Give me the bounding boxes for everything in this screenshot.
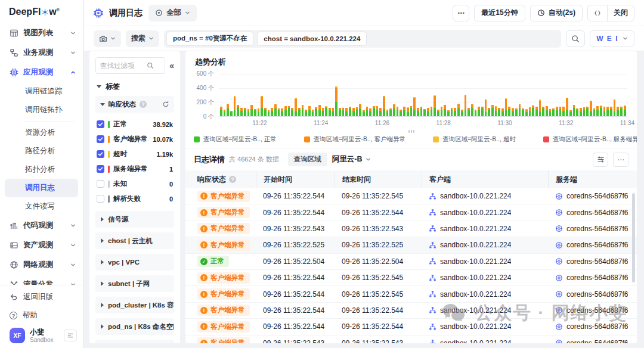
tags-section-header[interactable]: 标签 (97, 82, 173, 92)
server-cell[interactable]: coredns-564d687f6 (548, 270, 637, 285)
client-cell[interactable]: sandbox-10.0.221.224 (422, 221, 548, 237)
user-menu-button[interactable]: W E I (590, 30, 634, 47)
filter-group[interactable]: pod_cluster | K8s 容器... (95, 297, 174, 313)
filter-group[interactable]: pod_ns | K8s 命名空间 (95, 318, 174, 335)
checkbox[interactable] (97, 135, 104, 143)
sidebar-subitem[interactable]: 文件读写 (5, 197, 78, 216)
table-row[interactable]: !客户端异常09-26 11:35:22.54409-26 11:35:22.5… (185, 303, 637, 319)
filter-group[interactable]: 信号源 (95, 211, 174, 228)
sidebar-item-views[interactable]: 视图列表 (5, 23, 78, 43)
panel-collapse-button[interactable]: « (169, 61, 174, 70)
client-cell[interactable]: sandbox-10.0.221.224 (422, 188, 548, 204)
sidebar-item-network[interactable]: 网络观测 (5, 255, 78, 275)
table-row[interactable]: !客户端异常09-26 11:35:22.52509-26 11:35:22.5… (185, 237, 637, 253)
client-cell[interactable]: sandbox-10.0.221.224 (422, 319, 548, 334)
checkbox[interactable] (97, 165, 104, 173)
table-row[interactable]: ✓正常09-26 11:35:22.50409-26 11:35:22.504s… (185, 254, 637, 270)
sidebar-subitem[interactable]: 调用链拓扑 (5, 101, 78, 119)
response-status-section-header[interactable]: 响应状态 ? (95, 96, 174, 113)
status-filter-row[interactable]: 超时1.19k (95, 147, 174, 161)
checkbox[interactable] (97, 195, 104, 203)
search-filter-input[interactable]: pod_ns = #0资源不存在chost = sandbox-10.0.221… (164, 30, 561, 48)
filter-group[interactable]: pod_node | K8s 容器节点 (95, 340, 174, 343)
table-row[interactable]: !客户端异常09-26 11:35:22.54409-26 11:35:22.5… (185, 204, 637, 220)
server-cell[interactable]: coredns-564d687f6 (548, 335, 637, 343)
scope-selector[interactable]: 全部 (148, 5, 197, 21)
checkbox[interactable] (97, 120, 104, 128)
server-cell[interactable]: coredns-564d687f6 (548, 221, 637, 237)
checkbox[interactable] (97, 180, 104, 188)
filter-group[interactable]: vpc | VPC (95, 254, 174, 271)
sidebar-collapse-button[interactable] (64, 330, 77, 341)
sidebar-item-app[interactable]: 应用观测 (5, 63, 78, 82)
sidebar-item-asset[interactable]: 资产观测 (5, 235, 78, 255)
server-cell[interactable]: coredns-564d687f6 (548, 188, 637, 204)
expand-brackets-button[interactable] (588, 5, 607, 21)
back-to-old-version[interactable]: 返回旧版 (5, 288, 78, 306)
column-header-c2[interactable]: 开始时间 (256, 170, 335, 188)
sidebar-subitem[interactable]: 路径分析 (5, 142, 78, 160)
status-filter-row[interactable]: 正常38.92k (95, 117, 174, 132)
server-cell[interactable]: coredns-564d687f6 (548, 204, 637, 220)
server-cell[interactable]: coredns-564d687f6 (548, 237, 637, 253)
legend-item[interactable]: 查询区域=阿里云-B.., 正常 (194, 135, 277, 144)
table-row[interactable]: !客户端异常09-26 11:35:22.54309-26 11:35:22.5… (185, 335, 637, 343)
filter-chip[interactable]: chost = sandbox-10.0.221.224 (257, 32, 367, 46)
column-settings-button[interactable] (593, 153, 608, 167)
help-item[interactable]: ? 帮助 (5, 306, 78, 325)
table-row[interactable]: !客户端异常09-26 11:35:22.54309-26 11:35:22.5… (185, 221, 637, 237)
sidebar-item-code[interactable]: 代码观测 (5, 216, 78, 235)
table-scrollbar[interactable] (632, 193, 635, 282)
table-row[interactable]: !客户端异常09-26 11:35:22.54409-26 11:35:22.5… (185, 286, 637, 302)
search-mode-button[interactable]: 搜索 (126, 30, 159, 47)
client-cell[interactable]: sandbox-10.0.221.224 (422, 303, 548, 318)
time-range-button[interactable]: 最近15分钟 (474, 5, 525, 21)
client-cell[interactable]: sandbox-10.0.221.224 (422, 237, 548, 253)
legend-item[interactable]: 查询区域=阿里云-B.., 超时 (433, 135, 516, 144)
sidebar-subitem[interactable]: 拓扑分析 (5, 160, 78, 179)
column-header-c4[interactable]: 客户端 (422, 170, 548, 188)
more-actions-button[interactable]: ⋯ (453, 5, 469, 21)
column-header-c1[interactable]: 响应状态? (185, 170, 256, 188)
client-cell[interactable]: sandbox-10.0.221.224 (422, 254, 548, 269)
server-cell[interactable]: coredns-564d687f6 (548, 254, 637, 269)
table-more-button[interactable]: ⋯ (613, 153, 628, 167)
client-cell[interactable]: sandbox-10.0.221.224 (422, 204, 548, 220)
table-row[interactable]: !客户端异常09-26 11:35:22.54409-26 11:35:22.5… (185, 188, 637, 204)
refresh-icon[interactable] (162, 101, 169, 108)
client-cell[interactable]: sandbox-10.0.221.224 (422, 286, 548, 302)
sidebar-subitem-active[interactable]: 调用日志 (5, 179, 78, 197)
filter-chip[interactable]: pod_ns = #0资源不存在 (166, 32, 253, 46)
legend-item[interactable]: 查询区域=阿里云-B.., 客户端异常 (304, 135, 405, 144)
client-cell[interactable]: sandbox-10.0.221.224 (422, 335, 548, 343)
legend-item[interactable]: 查询区域=阿里云-B.., 服务端异常 (543, 135, 637, 144)
filter-search-input[interactable] (100, 62, 144, 69)
server-cell[interactable]: coredns-564d687f6 (548, 303, 637, 318)
server-cell[interactable]: coredns-564d687f6 (548, 286, 637, 302)
sidebar-subitem[interactable]: 调用链追踪 (5, 82, 78, 101)
resize-handle[interactable] (402, 129, 420, 133)
region-value-dropdown[interactable]: 阿里云-B (332, 154, 371, 164)
server-cell[interactable]: coredns-564d687f6 (548, 319, 637, 334)
filter-group[interactable]: chost | 云主机 (95, 232, 174, 249)
status-filter-row[interactable]: 客户端异常10.07k (95, 132, 174, 147)
filter-search-box[interactable] (95, 57, 165, 74)
column-header-c5[interactable]: 服务端 (548, 170, 637, 188)
user-profile[interactable]: XF 小斐 Sandbox (5, 325, 78, 343)
client-cell[interactable]: sandbox-10.0.221.224 (422, 270, 548, 285)
status-filter-row[interactable]: 解析失败0 (95, 191, 174, 206)
search-submit-button[interactable] (566, 30, 585, 47)
checkbox[interactable] (97, 150, 104, 158)
sidebar-item-business[interactable]: 业务观测 (5, 43, 78, 63)
table-row[interactable]: !客户端异常09-26 11:35:22.54409-26 11:35:22.5… (185, 319, 637, 335)
sidebar-item-traffic[interactable]: 流量分发 (5, 275, 78, 285)
table-row[interactable]: !客户端异常09-26 11:35:22.54409-26 11:35:22.5… (185, 270, 637, 286)
sidebar-subitem[interactable]: 资源分析 (5, 123, 78, 142)
close-button[interactable]: 关闭 (607, 5, 634, 21)
column-header-c3[interactable]: 结束时间 (335, 170, 422, 188)
auto-refresh-button[interactable]: 自动(2s) (530, 5, 583, 21)
filter-group[interactable]: subnet | 子网 (95, 275, 174, 292)
status-filter-row[interactable]: 未知0 (95, 176, 174, 191)
snapshot-camera-button[interactable] (94, 30, 121, 47)
status-filter-row[interactable]: 服务端异常1 (95, 161, 174, 176)
